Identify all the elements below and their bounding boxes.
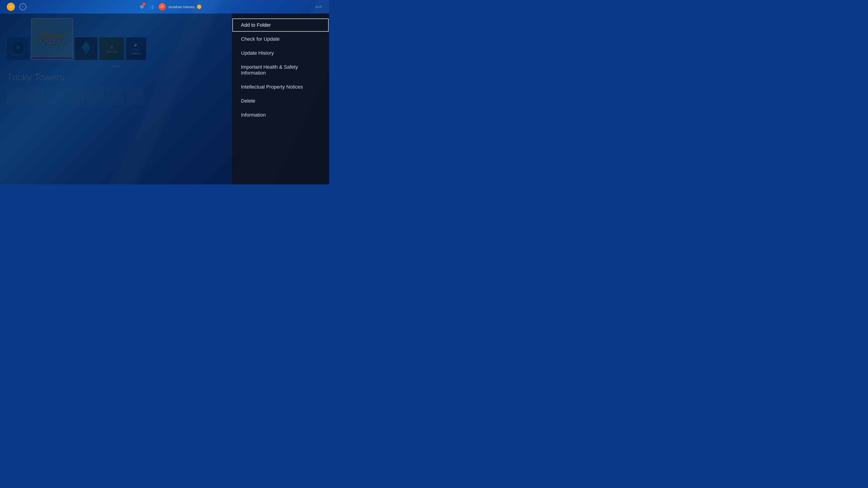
topbar-left: + i <box>7 3 26 11</box>
topbar-center: ⚙ 4 👥 JH Jonathan Holmes + <box>26 3 315 10</box>
friends-icon[interactable]: 👥 <box>149 4 154 9</box>
menu-item-health-safety[interactable]: Important Health & Safety Information <box>232 60 329 80</box>
notification-icon[interactable]: ⚙ 4 <box>140 4 144 9</box>
notification-badge: 4 <box>142 2 146 6</box>
menu-item-information[interactable]: Information <box>232 108 329 122</box>
menu-item-add-to-folder[interactable]: Add to Folder <box>232 18 329 32</box>
context-menu-panel: Add to Folder Check for Update Update Hi… <box>232 13 329 184</box>
info-icon[interactable]: i <box>20 3 26 10</box>
menu-item-update-history[interactable]: Update History <box>232 46 329 60</box>
user-avatar: JH <box>159 3 166 10</box>
topbar: + i ⚙ 4 👥 JH Jonathan Holmes + 10:47 <box>0 0 329 13</box>
user-name: Jonathan Holmes <box>168 5 195 9</box>
topbar-right: 10:47 <box>315 5 322 8</box>
topbar-user: JH Jonathan Holmes + <box>159 3 202 10</box>
time-display: 10:47 <box>315 5 322 8</box>
menu-item-ip-notices[interactable]: Intellectual Property Notices <box>232 80 329 94</box>
main-content: PlayStation Now TRICKY TOWERS ⚔ GUNS UP! <box>0 13 329 184</box>
menu-item-delete[interactable]: Delete <box>232 94 329 108</box>
overlay-dim <box>0 13 232 184</box>
user-ps-plus-icon: + <box>197 4 202 9</box>
menu-item-check-for-update[interactable]: Check for Update <box>232 32 329 46</box>
ps-plus-icon[interactable]: + <box>7 3 15 11</box>
